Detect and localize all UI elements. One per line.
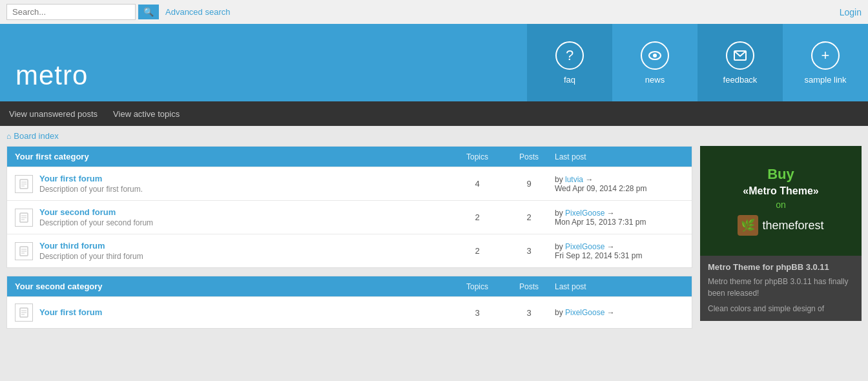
hero-tile-news[interactable]: news (612, 24, 698, 101)
site-title: metro (16, 60, 88, 91)
hero-main: metro (0, 24, 527, 101)
nav-bar: View unanswered posts View active topics (0, 101, 868, 126)
breadcrumb: ⌂ Board index (0, 126, 868, 146)
tf-label: themeforest (762, 219, 823, 232)
category-1-header: Your first category Topics Posts Last po… (7, 147, 692, 167)
forum-1-arrow: → (585, 175, 593, 184)
advanced-search-link[interactable]: Advanced search (165, 7, 230, 17)
cat2-topics-header: Topics (451, 282, 503, 291)
nav-active-topics[interactable]: View active topics (110, 103, 182, 125)
sidebar-info: Metro Theme for phpBB 3.0.11 Metro theme… (700, 256, 862, 321)
top-bar: 🔍 Advanced search Login (0, 0, 868, 24)
hero-tile-faq[interactable]: ? faq (527, 24, 612, 101)
forum-4-topics: 3 (451, 308, 503, 318)
forum-1-name-link[interactable]: Your first forum (39, 174, 102, 183)
table-row: Your first forum Description of your fir… (7, 167, 692, 200)
forum-1-desc: Description of your first forum. (39, 185, 451, 194)
news-icon (641, 41, 669, 70)
hero-tile-feedback[interactable]: feedback (698, 24, 783, 101)
ad-on-text: on (776, 200, 786, 210)
forum-4-arrow: → (607, 308, 615, 317)
forum-1-lastpost-date: Wed Apr 09, 2014 2:28 pm (555, 184, 647, 193)
forum-icon (15, 209, 33, 227)
forum-2-posts: 2 (503, 212, 555, 222)
forum-4-posts: 3 (503, 308, 555, 318)
forum-3-arrow: → (607, 242, 615, 251)
category-2-header: Your second category Topics Posts Last p… (7, 276, 692, 296)
search-input[interactable] (6, 4, 136, 20)
forum-1-lastpost-user[interactable]: lutvia (565, 175, 583, 184)
forum-3-lastpost: by PixelGoose → Fri Sep 12, 2014 5:31 pm (555, 242, 684, 260)
forum-4-lastpost: by PixelGoose → (555, 308, 684, 317)
forum-3-topics: 2 (451, 246, 503, 256)
sidebar: Buy «Metro Theme» on 🌿 themeforest Metro… (700, 146, 862, 336)
forum-3-lastpost-date: Fri Sep 12, 2014 5:31 pm (555, 251, 642, 260)
forum-2-lastpost: by PixelGoose → Mon Apr 15, 2013 7:31 pm (555, 209, 684, 227)
news-label: news (645, 75, 665, 85)
ad-themeforest: 🌿 themeforest (738, 215, 823, 236)
forum-1-lastpost: by lutvia → Wed Apr 09, 2014 2:28 pm (555, 175, 684, 193)
table-row: Your third forum Description of your thi… (7, 234, 692, 267)
faq-icon: ? (555, 41, 584, 70)
svg-point-1 (653, 54, 657, 57)
ad-metro-text: «Metro Theme» (743, 185, 818, 197)
forum-2-lastpost-user[interactable]: PixelGoose (565, 209, 604, 218)
cat1-posts-header: Posts (503, 152, 555, 161)
faq-label: faq (564, 75, 575, 85)
forum-3-posts: 3 (503, 246, 555, 256)
forum-icon (15, 242, 33, 260)
table-row: Your second forum Description of your se… (7, 200, 692, 234)
login-link[interactable]: Login (840, 7, 862, 17)
forum-2-name-link[interactable]: Your second forum (39, 207, 116, 217)
sidebar-info-title: Metro Theme for phpBB 3.0.11 (708, 262, 854, 272)
forum-3-name-link[interactable]: Your third forum (39, 241, 105, 251)
category-2-title: Your second category (15, 282, 451, 291)
hero-banner: metro ? faq news feedb (0, 24, 868, 101)
cat2-posts-header: Posts (503, 282, 555, 291)
ad-buy-text: Buy (767, 166, 794, 183)
category-1: Your first category Topics Posts Last po… (6, 146, 692, 268)
search-button[interactable]: 🔍 (138, 5, 159, 19)
forum-3-desc: Description of your third forum (39, 252, 451, 261)
board-index-link[interactable]: Board index (14, 131, 58, 141)
forum-1-posts: 9 (503, 179, 555, 189)
sample-link-label: sample link (804, 75, 846, 85)
category-2: Your second category Topics Posts Last p… (6, 276, 692, 329)
category-1-title: Your first category (15, 152, 451, 161)
nav-unanswered[interactable]: View unanswered posts (6, 103, 100, 125)
table-row: Your first forum 3 3 by PixelGoose → (7, 296, 692, 328)
forum-icon (15, 175, 33, 193)
sample-link-icon: + (811, 41, 840, 70)
feedback-label: feedback (723, 75, 758, 85)
forum-3-lastpost-user[interactable]: PixelGoose (565, 242, 604, 251)
forum-1-topics: 4 (451, 179, 503, 189)
forum-2-desc: Description of your second forum (39, 218, 451, 227)
forum-3-info: Your third forum Description of your thi… (39, 241, 451, 261)
forum-area: Your first category Topics Posts Last po… (6, 146, 692, 336)
forum-2-topics: 2 (451, 212, 503, 222)
forum-2-lastpost-date: Mon Apr 15, 2013 7:31 pm (555, 218, 646, 227)
forum-4-name-link[interactable]: Your first forum (39, 307, 102, 317)
main-layout: Your first category Topics Posts Last po… (0, 146, 868, 343)
themeforest-icon: 🌿 (738, 215, 758, 236)
cat2-lastpost-header: Last post (555, 282, 684, 291)
forum-2-info: Your second forum Description of your se… (39, 207, 451, 227)
cat1-topics-header: Topics (451, 152, 503, 161)
forum-2-arrow: → (607, 209, 615, 218)
forum-icon (15, 304, 33, 322)
feedback-icon (726, 41, 754, 70)
forum-4-lastpost-user[interactable]: PixelGoose (565, 308, 604, 317)
search-area: 🔍 Advanced search (6, 4, 230, 20)
hero-tile-sample-link[interactable]: + sample link (783, 24, 868, 101)
cat1-lastpost-header: Last post (555, 152, 684, 161)
sidebar-info-text1: Metro theme for phpBB 3.0.11 has finally… (708, 276, 854, 299)
sidebar-ad: Buy «Metro Theme» on 🌿 themeforest (700, 146, 862, 256)
hero-tiles: ? faq news feedback + (527, 24, 868, 101)
home-icon: ⌂ (6, 132, 11, 141)
forum-4-info: Your first forum (39, 307, 451, 318)
forum-1-info: Your first forum Description of your fir… (39, 174, 451, 194)
sidebar-info-text2: Clean colors and simple design of (708, 303, 854, 314)
